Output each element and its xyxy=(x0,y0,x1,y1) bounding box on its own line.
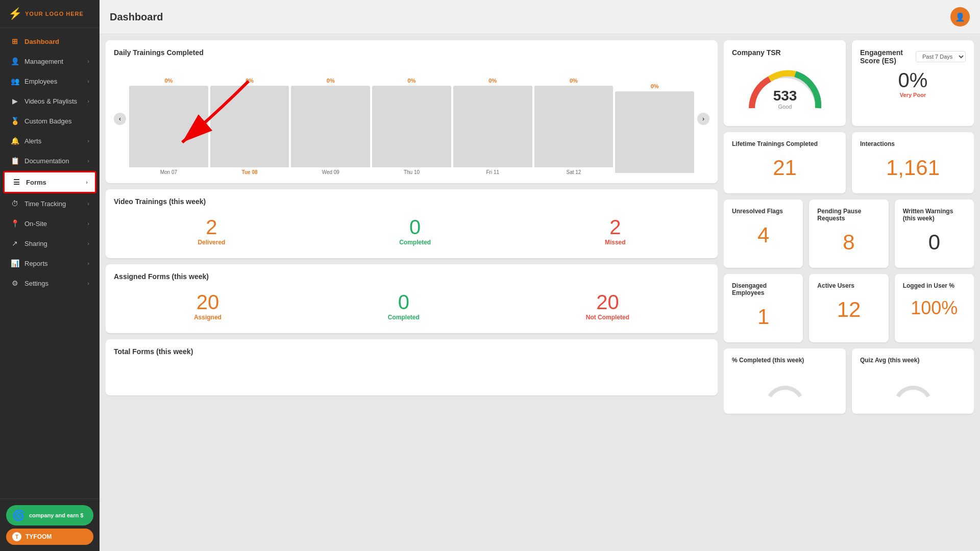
engagement-title: Engagement Score (ES) xyxy=(860,48,916,65)
delivered-stat: 2 Delivered xyxy=(198,216,225,246)
sidebar-item-custom-badges[interactable]: 🏅 Custom Badges xyxy=(3,111,96,131)
svg-text:533: 533 xyxy=(773,88,797,104)
tsr-card: Company TSR xyxy=(724,40,846,126)
missed-stat: 2 Missed xyxy=(605,216,626,246)
chevron-right-icon: › xyxy=(87,98,89,104)
engagement-card: Engagement Score (ES) Past 7 Days 0% Ver… xyxy=(852,40,974,126)
logo-bolt-icon: ⚡ xyxy=(8,7,22,20)
daily-trainings-card: Daily Trainings Completed ‹ 0% Mon 07 xyxy=(106,40,718,183)
chevron-right-icon: › xyxy=(87,138,89,144)
tyfoom-button[interactable]: T TYFOOM xyxy=(6,529,93,545)
pct-gauge xyxy=(765,371,805,402)
pending-title: Pending Pause Requests xyxy=(817,208,880,222)
sidebar-label-on-site: On-Site xyxy=(24,220,47,228)
completed-label: Completed xyxy=(399,239,431,246)
main-content: Dashboard 👤 Daily Trainings Completed ‹ … xyxy=(100,0,980,551)
page-title: Dashboard xyxy=(110,11,163,23)
active-users-title: Active Users xyxy=(817,282,880,289)
sidebar-item-forms[interactable]: ☰ Forms › xyxy=(3,171,96,193)
employees-icon: 👥 xyxy=(10,77,19,86)
sidebar-item-time-tracking[interactable]: ⏱ Time Tracking › xyxy=(3,194,96,213)
active-users-card: Active Users 12 xyxy=(809,274,888,342)
bar-group: 0% Tue 08 xyxy=(210,78,289,175)
assigned-stat: 20 Assigned xyxy=(194,291,222,321)
engagement-value: 0% xyxy=(860,69,966,92)
logo-area[interactable]: ⚡ YOUR LOGO HERE xyxy=(0,0,100,28)
missed-label: Missed xyxy=(605,239,626,246)
user-avatar[interactable]: 👤 xyxy=(950,7,970,27)
disengaged-title: Disengaged Employees xyxy=(732,282,795,296)
chevron-right-icon: › xyxy=(87,78,89,84)
sidebar-item-videos[interactable]: ▶ Videos & Playlists › xyxy=(3,91,96,111)
engagement-header: Engagement Score (ES) Past 7 Days xyxy=(860,48,966,65)
warnings-value: 0 xyxy=(903,225,966,260)
delivered-label: Delivered xyxy=(198,239,225,246)
flags-title: Unresolved Flags xyxy=(732,208,795,215)
sidebar-label-settings: Settings xyxy=(24,280,48,287)
chart-title: Daily Trainings Completed xyxy=(114,48,709,57)
completed-stat: 0 Completed xyxy=(399,216,431,246)
period-select[interactable]: Past 7 Days xyxy=(916,51,966,62)
chevron-right-icon: › xyxy=(87,280,89,286)
quiz-title: Quiz Avg (this week) xyxy=(860,357,966,364)
sidebar-item-alerts[interactable]: 🔔 Alerts › xyxy=(3,131,96,151)
users-row: Disengaged Employees 1 Active Users 12 L… xyxy=(724,274,974,342)
logo-text: YOUR LOGO HERE xyxy=(25,11,84,17)
pct-completed-card: % Completed (this week) xyxy=(724,348,846,414)
bar-label: Mon 07 xyxy=(160,169,177,175)
badges-icon: 🏅 xyxy=(10,116,19,126)
on-site-icon: 📍 xyxy=(10,219,19,228)
sidebar-item-reports[interactable]: 📊 Reports › xyxy=(3,254,96,273)
bar-label: Thu 10 xyxy=(404,169,420,175)
sidebar-label-sharing: Sharing xyxy=(24,240,47,247)
bar-group: 0% Mon 07 xyxy=(129,78,208,175)
chevron-right-icon: › xyxy=(87,220,89,227)
bar-pct: 0% xyxy=(408,78,416,84)
content-area: Daily Trainings Completed ‹ 0% Mon 07 xyxy=(100,34,980,551)
svg-text:Good: Good xyxy=(778,104,792,110)
chart-next-button[interactable]: › xyxy=(697,113,709,125)
unresolved-flags-card: Unresolved Flags 4 xyxy=(724,199,803,268)
promo-card[interactable]: 🌀 company and earn $ xyxy=(6,505,93,525)
videos-icon: ▶ xyxy=(10,96,19,106)
interactions-value: 1,161 xyxy=(860,151,966,185)
bar-pct: 0% xyxy=(164,78,173,84)
sidebar-label-time-tracking: Time Tracking xyxy=(24,200,66,208)
disengaged-value: 1 xyxy=(732,299,795,334)
svg-point-1 xyxy=(800,74,805,80)
assigned-forms-card: Assigned Forms (this week) 20 Assigned 0… xyxy=(106,264,718,333)
sidebar-item-documentation[interactable]: 📋 Documentation › xyxy=(3,151,96,170)
logged-in-card: Logged in User % 100% xyxy=(895,274,974,342)
time-tracking-icon: ⏱ xyxy=(10,199,19,208)
pending-pause-card: Pending Pause Requests 8 xyxy=(809,199,888,268)
quiz-gauge xyxy=(893,371,934,402)
sidebar-nav: ⊞ Dashboard 👤 Management › 👥 Employees ›… xyxy=(0,28,100,498)
pct-title: % Completed (this week) xyxy=(732,357,838,364)
sidebar-item-on-site[interactable]: 📍 On-Site › xyxy=(3,214,96,233)
chart-prev-button[interactable]: ‹ xyxy=(114,113,126,125)
right-column: Company TSR xyxy=(724,40,974,545)
sidebar-label-management: Management xyxy=(24,58,63,65)
chevron-right-icon: › xyxy=(87,158,89,164)
reports-icon: 📊 xyxy=(10,259,19,268)
sidebar: ⚡ YOUR LOGO HERE ⊞ Dashboard 👤 Managemen… xyxy=(0,0,100,551)
pending-value: 8 xyxy=(817,225,880,260)
sidebar-item-dashboard[interactable]: ⊞ Dashboard xyxy=(3,32,96,51)
chevron-right-icon: › xyxy=(87,201,89,207)
logged-in-value: 100% xyxy=(903,292,966,324)
video-trainings-card: Video Trainings (this week) 2 Delivered … xyxy=(106,189,718,258)
bar-pct: 0% xyxy=(488,78,497,84)
sidebar-item-sharing[interactable]: ↗ Sharing › xyxy=(3,234,96,253)
lifetime-interactions-row: Lifetime Trainings Completed 21 Interact… xyxy=(724,132,974,193)
left-column: Daily Trainings Completed ‹ 0% Mon 07 xyxy=(106,40,718,545)
interactions-card: Interactions 1,161 xyxy=(852,132,974,193)
lifetime-value: 21 xyxy=(732,151,838,185)
sidebar-bottom: 🌀 company and earn $ T TYFOOM xyxy=(0,498,100,551)
bar-label: Sat 12 xyxy=(566,169,581,175)
sidebar-label-custom-badges: Custom Badges xyxy=(24,117,72,125)
sidebar-item-management[interactable]: 👤 Management › xyxy=(3,52,96,71)
sidebar-item-settings[interactable]: ⚙ Settings › xyxy=(3,273,96,293)
forms-icon: ☰ xyxy=(12,178,21,187)
sharing-icon: ↗ xyxy=(10,239,19,248)
sidebar-item-employees[interactable]: 👥 Employees › xyxy=(3,71,96,91)
